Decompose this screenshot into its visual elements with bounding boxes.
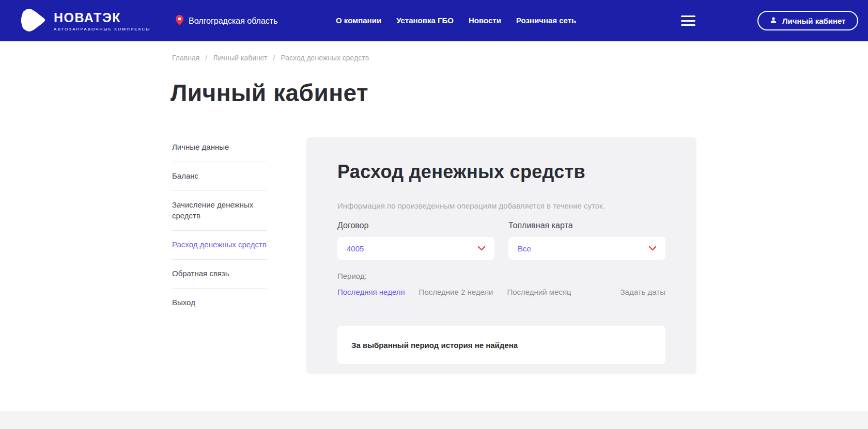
footer: [0, 411, 868, 429]
sidebar-item-logout[interactable]: Выход: [172, 289, 267, 317]
breadcrumb-link-account[interactable]: Личный кабинет: [213, 54, 267, 62]
breadcrumb-current: Расход денежных средств: [281, 54, 369, 62]
nav-item-news[interactable]: Новости: [469, 16, 501, 25]
period-option-last-2-weeks[interactable]: Последние 2 недели: [419, 288, 493, 296]
contract-field: Договор 4005: [337, 221, 494, 260]
nav-item-retail-network[interactable]: Розничная сеть: [516, 16, 576, 25]
page: НОВАТЭК АВТОЗАПРАВОЧНЫЕ КОМПЛЕКСЫ Волгог…: [0, 0, 868, 429]
breadcrumb-link-home[interactable]: Главная: [172, 54, 199, 62]
sidebar-item-balance[interactable]: Баланс: [172, 162, 267, 191]
contract-label: Договор: [337, 221, 494, 230]
fuel-card-value: Все: [518, 244, 531, 253]
region-selector[interactable]: Волгоградская область: [176, 15, 278, 27]
period-option-set-dates[interactable]: Задать даты: [621, 288, 665, 296]
location-pin-icon: [176, 15, 183, 27]
chevron-down-icon: [478, 246, 485, 251]
panel-note: Информация по произведенным операциям до…: [337, 201, 665, 210]
main-nav: О компании Установка ГБО Новости Розничн…: [336, 16, 576, 25]
logo-title: НОВАТЭК: [54, 11, 150, 25]
period-option-last-month[interactable]: Последний месяц: [507, 288, 571, 296]
account-button-label: Личный кабинет: [782, 17, 846, 25]
sidebar-item-personal-data[interactable]: Личные данные: [172, 133, 267, 162]
region-label: Волгоградская область: [189, 17, 278, 26]
period-option-last-week[interactable]: Последняя неделя: [337, 288, 405, 296]
empty-state: За выбранный период история не найдена: [337, 326, 665, 364]
logo-text: НОВАТЭК АВТОЗАПРАВОЧНЫЕ КОМПЛЕКСЫ: [54, 11, 150, 32]
breadcrumb-separator: /: [273, 54, 275, 62]
logo-subtitle: АВТОЗАПРАВОЧНЫЕ КОМПЛЕКСЫ: [54, 27, 150, 31]
menu-icon[interactable]: [681, 15, 695, 26]
breadcrumb: Главная / Личный кабинет / Расход денежн…: [172, 54, 369, 62]
nav-item-gbo-install[interactable]: Установка ГБО: [396, 16, 454, 25]
breadcrumb-separator: /: [205, 54, 207, 62]
logo-mark-icon: [19, 6, 48, 37]
logo[interactable]: НОВАТЭК АВТОЗАПРАВОЧНЫЕ КОМПЛЕКСЫ: [19, 6, 150, 37]
filters: Договор 4005 Топливная карта Все: [337, 221, 665, 260]
panel-title: Расход денежных средств: [337, 161, 665, 183]
page-title: Личный кабинет: [171, 79, 368, 107]
sidebar-item-feedback[interactable]: Обратная связь: [172, 260, 267, 289]
expenses-panel: Расход денежных средств Информация по пр…: [306, 137, 696, 374]
contract-select[interactable]: 4005: [337, 237, 494, 260]
user-icon: [770, 17, 777, 25]
header: НОВАТЭК АВТОЗАПРАВОЧНЫЕ КОМПЛЕКСЫ Волгог…: [0, 0, 868, 41]
period-label: Период:: [337, 272, 665, 280]
sidebar: Личные данные Баланс Зачисление денежных…: [172, 133, 267, 317]
chevron-down-icon: [649, 246, 656, 251]
sidebar-item-deposits[interactable]: Зачисление денежных средств: [172, 191, 267, 231]
sidebar-item-expenses[interactable]: Расход денежных средств: [172, 231, 267, 260]
nav-item-about[interactable]: О компании: [336, 16, 381, 25]
contract-value: 4005: [347, 244, 364, 253]
fuel-card-label: Топливная карта: [508, 221, 665, 230]
fuel-card-field: Топливная карта Все: [508, 221, 665, 260]
fuel-card-select[interactable]: Все: [508, 237, 665, 260]
empty-state-message: За выбранный период история не найдена: [351, 341, 518, 349]
period-options: Последняя неделя Последние 2 недели Посл…: [337, 288, 665, 296]
account-button[interactable]: Личный кабинет: [757, 11, 858, 30]
